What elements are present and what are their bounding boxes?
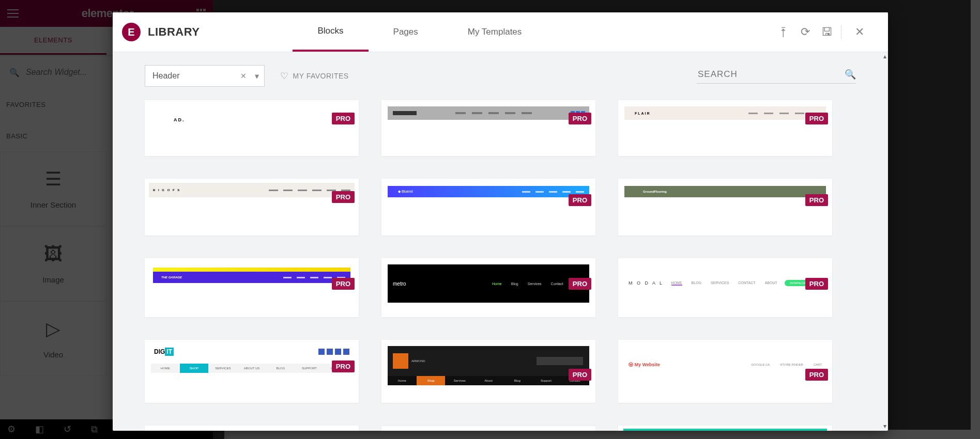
pro-badge: PRO	[332, 278, 355, 290]
pro-badge: PRO	[569, 113, 591, 124]
save-icon[interactable]: 🖫	[816, 25, 838, 39]
sync-icon[interactable]: ⟳	[794, 25, 816, 39]
template-card[interactable]: THE GARAGE PRO	[145, 258, 359, 317]
library-title: LIBRARY	[148, 25, 200, 39]
pro-badge: PRO	[332, 191, 355, 203]
template-card[interactable]: M O D A LHOMEBLOGSERVICESCONTACTABOUTDOW…	[618, 258, 832, 317]
tab-blocks[interactable]: Blocks	[293, 12, 368, 52]
category-select-value: Header	[152, 71, 179, 81]
heart-icon: ♡	[280, 70, 289, 82]
tab-mytemplates[interactable]: My Templates	[443, 12, 547, 52]
template-card[interactable]: FLAIR PRO	[618, 100, 832, 156]
template-card[interactable]: ARMOND HomeShopServicesAboutBlogSupportC…	[381, 340, 595, 403]
template-card[interactable]: ◆ Bluend PRO	[381, 179, 595, 236]
library-dialog: E LIBRARY Blocks Pages My Templates ⭱ ⟳ …	[113, 12, 888, 431]
close-icon[interactable]: ✕	[841, 25, 870, 39]
chevron-down-icon[interactable]: ▾	[255, 71, 259, 81]
pro-badge: PRO	[332, 113, 355, 124]
template-card[interactable]: AD. PRO	[145, 100, 359, 156]
template-card[interactable]: DIGIT HOMESHOPSERVICESABOUT USBLOGSUPPOR…	[145, 340, 359, 403]
template-card[interactable]: Parkside1123 Dog Hill Lane+34 785 658 53…	[381, 426, 595, 431]
category-select[interactable]: Header ✕ ▾	[145, 65, 265, 87]
template-card[interactable]: metroHomeBlogServicesContactAbout PRO	[145, 426, 359, 431]
import-icon[interactable]: ⭱	[773, 25, 794, 39]
pro-badge: PRO	[569, 194, 591, 206]
pro-badge: PRO	[805, 113, 828, 124]
search-icon[interactable]: 🔍	[845, 69, 856, 80]
tab-pages[interactable]: Pages	[369, 12, 443, 52]
pro-badge: PRO	[805, 369, 828, 381]
scroll-down-icon[interactable]: ▾	[883, 422, 886, 430]
pro-badge: PRO	[805, 278, 828, 290]
pro-badge: PRO	[569, 369, 591, 381]
clear-filter-icon[interactable]: ✕	[240, 72, 247, 80]
template-card[interactable]: B I G O F S PRO	[145, 179, 359, 236]
pro-badge: PRO	[332, 360, 355, 372]
library-search-input[interactable]	[697, 69, 845, 80]
template-card[interactable]: GroundFlooring PRO	[618, 179, 832, 236]
pro-badge: PRO	[569, 278, 591, 290]
template-card[interactable]: PRO	[381, 100, 595, 156]
scroll-up-icon[interactable]: ▴	[883, 53, 886, 60]
pro-badge: PRO	[805, 194, 828, 206]
template-card[interactable]: ⓦ My WebsiteGOOGLE CASTORE FINDERCART PR…	[618, 340, 832, 403]
my-favorites-button[interactable]: ♡ MY FAVORITES	[280, 70, 349, 82]
template-card[interactable]: metroHomeBlogServicesContactAbout PRO	[381, 258, 595, 317]
template-card[interactable]: +34 785 658info@domain.com◈ PRO	[618, 426, 832, 431]
elementor-badge-icon: E	[122, 23, 141, 41]
